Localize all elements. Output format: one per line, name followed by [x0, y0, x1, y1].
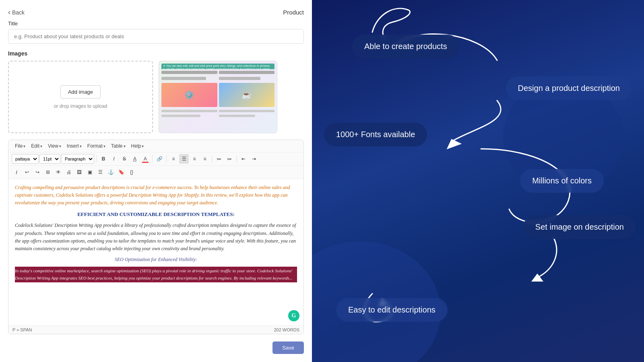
images-section-label: Images [8, 50, 304, 57]
align-left-btn[interactable]: ≡ [169, 154, 178, 164]
editor-menubar: File▾ Edit▾ View▾ Insert▾ Format▾ Table▾… [8, 140, 303, 152]
editor-toolbar2: I ↩ ↪ ⊞ 👁 🖨 🖼 ▣ ☰ ⚓ 🔖 {} [8, 166, 303, 179]
menu-format[interactable]: Format▾ [85, 142, 108, 150]
anchor-btn[interactable]: ⚓ [106, 167, 116, 177]
table-insert-btn[interactable]: ⊞ [43, 167, 53, 177]
undo-btn[interactable]: ↩ [22, 167, 32, 177]
bold-btn[interactable]: B [99, 154, 108, 164]
editor-toolbar: pattaya 11pt Paragraph B I S A A 🔗 ≡ ☰ ≡… [8, 152, 303, 166]
menu-insert[interactable]: Insert▾ [64, 142, 84, 150]
size-select[interactable]: 11pt [39, 154, 60, 164]
feature-fonts: 1000+ Fonts available [324, 123, 427, 146]
editor-container: File▾ Edit▾ View▾ Insert▾ Format▾ Table▾… [8, 140, 304, 334]
font-select[interactable]: pattaya [12, 154, 39, 164]
redo-btn[interactable]: ↪ [33, 167, 42, 177]
image-btn[interactable]: 🖼 [74, 167, 84, 177]
breadcrumb: P » SPAN [12, 327, 32, 332]
back-link[interactable]: Back [8, 8, 25, 16]
right-panel: Able to create products Design a product… [312, 0, 644, 362]
link-btn[interactable]: 🔗 [155, 154, 164, 164]
menu-help[interactable]: Help▾ [129, 142, 147, 150]
menu-view[interactable]: View▾ [45, 142, 64, 150]
upload-box[interactable]: Add image or drop images to upload [8, 61, 153, 133]
title-label: Title [8, 21, 304, 27]
editor-body[interactable]: Crafting compelling and persuasive produ… [8, 179, 303, 325]
feature-colors: Millions of colors [520, 169, 604, 193]
source-btn[interactable]: {} [127, 167, 136, 177]
feature-design-description: Design a product description [506, 76, 632, 100]
feature-edit-descriptions: Easy to edit descriptions [336, 298, 448, 322]
product-label: Product [283, 9, 304, 16]
menu-file[interactable]: File▾ [12, 142, 28, 150]
align-center-btn[interactable]: ☰ [179, 154, 189, 164]
feature-set-image: Set image on description [523, 215, 636, 239]
grammarly-btn[interactable]: G [288, 310, 299, 321]
left-panel: Back Product Title Images Add image or d… [0, 0, 312, 362]
feature-create-products: Able to create products [352, 35, 459, 58]
heading1: Efficient and Customizable Description T… [77, 211, 235, 217]
highlighted-text: In today's competitive online marketplac… [15, 267, 297, 282]
font-color-btn[interactable]: A [140, 154, 150, 164]
outdent-btn[interactable]: ⇤ [239, 154, 248, 164]
align-right-btn[interactable]: ≡ [190, 154, 199, 164]
ordered-list-btn[interactable]: ≔ [214, 154, 224, 164]
strikethrough-btn[interactable]: S [120, 154, 129, 164]
preview-btn[interactable]: 👁 [54, 167, 63, 177]
features-layout: Able to create products Design a product… [312, 0, 644, 362]
add-image-button[interactable]: Add image [60, 85, 101, 99]
unordered-list-btn[interactable]: ≔ [225, 154, 234, 164]
print-btn[interactable]: 🖨 [64, 167, 74, 177]
preview-image: ✦ You can also edit, edit and click pric… [159, 61, 277, 133]
seo-heading: SEO Optimization for Enhanced Visibility… [15, 256, 297, 263]
para1: Crafting compelling and persuasive produ… [15, 184, 297, 207]
style-select[interactable]: Paragraph [61, 154, 94, 164]
save-button[interactable]: Save [272, 341, 304, 354]
menu-table[interactable]: Table▾ [109, 142, 128, 150]
italic-btn[interactable]: I [109, 154, 119, 164]
bookmark-btn[interactable]: 🔖 [116, 167, 126, 177]
underline-btn[interactable]: A [130, 154, 140, 164]
para2: Codelock Solutions' Description Writing … [15, 222, 297, 253]
upload-hint: or drop images to upload [54, 103, 107, 109]
italic-small-btn[interactable]: I [12, 167, 21, 177]
media-btn[interactable]: ▣ [85, 167, 95, 177]
list-btn2[interactable]: ☰ [95, 167, 105, 177]
word-count: 202 WORDS [274, 327, 299, 332]
menu-edit[interactable]: Edit▾ [29, 142, 45, 150]
images-row: Add image or drop images to upload ✦ You… [8, 61, 304, 133]
justify-btn[interactable]: ≡ [200, 154, 210, 164]
editor-footer: P » SPAN 202 WORDS [8, 325, 303, 334]
header-row: Back Product [8, 8, 304, 16]
title-input[interactable] [8, 29, 304, 44]
indent-btn[interactable]: ⇥ [249, 154, 259, 164]
